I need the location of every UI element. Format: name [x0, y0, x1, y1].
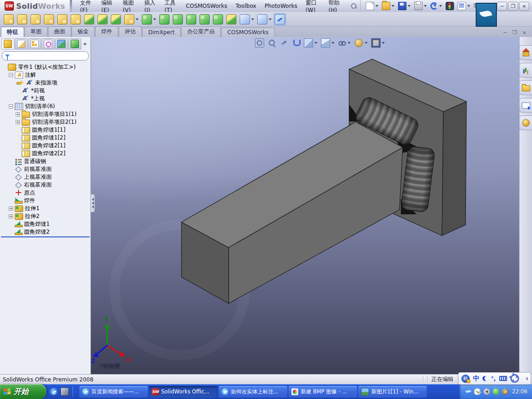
featuremanager-tab[interactable] [1, 38, 14, 49]
displaymanager-tab[interactable] [55, 38, 68, 49]
tree-item[interactable]: 焊件 [0, 197, 91, 205]
panel-splitter-handle[interactable] [91, 194, 95, 212]
menu-item-6[interactable]: COSMOSWorks [181, 0, 231, 12]
tree-item[interactable]: 未指派项 [0, 79, 91, 87]
extruded-boss-icon[interactable] [3, 13, 15, 25]
minimize-button[interactable]: − [497, 2, 507, 11]
open-icon[interactable] [381, 1, 396, 11]
tree-toggle[interactable]: + [9, 214, 13, 218]
tab-dimxpert[interactable]: DimXpert [142, 28, 181, 37]
close-button[interactable]: × [519, 2, 529, 11]
tree-item[interactable]: 原点 [0, 189, 91, 197]
lofted-boss-icon[interactable] [43, 13, 55, 25]
quick-launch-ie-icon[interactable]: e [50, 388, 58, 396]
model-canvas[interactable]: Y X Z [91, 37, 519, 374]
rib-icon[interactable] [185, 13, 197, 25]
propertymanager-tab[interactable] [15, 38, 28, 49]
swept-cut-icon[interactable] [97, 13, 109, 25]
tree-toggle[interactable]: + [16, 120, 20, 124]
tab-weldments[interactable]: 焊件 [95, 26, 118, 37]
tree-item[interactable]: +拉伸1 [0, 205, 91, 212]
tree-item[interactable]: 圆角焊缝2[2] [0, 150, 91, 157]
tab-evaluate[interactable]: 评估 [119, 26, 142, 37]
rollback-bar[interactable] [1, 236, 90, 237]
curves-icon[interactable] [256, 13, 272, 25]
fillet-icon[interactable] [123, 13, 139, 25]
menu-item-10[interactable]: 帮助(H) [324, 0, 346, 12]
white-cloud-tray-icon[interactable] [474, 388, 481, 395]
linear-pattern-icon[interactable] [141, 13, 157, 25]
plate-right-face[interactable] [442, 102, 466, 236]
extruded-cut-icon[interactable] [56, 13, 68, 25]
hole-wizard-icon[interactable] [70, 13, 82, 25]
dimxpertmanager-tab[interactable] [42, 38, 54, 49]
appearances-tab[interactable] [519, 115, 532, 130]
tree-item[interactable]: 圆角焊缝2 [0, 228, 91, 236]
solidworks-resources-tab[interactable] [519, 45, 532, 60]
tree-item[interactable]: 圆角焊缝2[1] [0, 142, 91, 150]
instant3d-icon[interactable] [274, 13, 286, 25]
view-palette-tab[interactable] [519, 98, 532, 113]
tree-item[interactable]: 圆角焊缝1[2] [0, 134, 91, 142]
menu-item-7[interactable]: Toolbox [231, 0, 260, 12]
cosmos-tab[interactable] [68, 38, 81, 49]
tree-item[interactable]: +拉伸2 [0, 212, 91, 220]
tab-overflow-icon[interactable]: » [82, 41, 88, 47]
ime-settings-icon[interactable] [510, 374, 519, 383]
dome-icon[interactable] [212, 13, 224, 25]
tree-item[interactable]: 圆角焊缝1[1] [0, 126, 91, 134]
configurationmanager-tab[interactable] [28, 38, 41, 49]
menu-item-2[interactable]: 编辑(E) [97, 0, 118, 12]
save-icon[interactable] [397, 1, 412, 11]
ime-punctuation-button[interactable]: °, [491, 375, 496, 382]
tree-item[interactable]: −切割清单(6) [0, 103, 91, 110]
new-document-icon[interactable] [364, 1, 380, 11]
wrap-icon[interactable] [199, 13, 211, 25]
menu-item-4[interactable]: 插入(I) [140, 0, 161, 12]
ime-logo-icon[interactable]: 精 [461, 375, 470, 383]
tree-toggle[interactable]: + [9, 206, 13, 211]
swallow-overlay-icon[interactable] [476, 3, 497, 27]
taskbar-clock[interactable]: 22:06 [512, 388, 527, 395]
revolved-boss-icon[interactable] [16, 13, 28, 25]
taskbar-task-4[interactable]: 新建 BMP 图像 - ... [289, 386, 357, 398]
start-button[interactable]: 开始 [0, 384, 46, 399]
tree-item[interactable]: 圆角焊缝1 [0, 220, 91, 228]
taskbar-task-5[interactable]: 新图片1[1] - Win... [358, 386, 427, 398]
search-icon[interactable] [350, 2, 357, 10]
tree-toggle[interactable]: − [9, 104, 13, 109]
tree-item[interactable]: 普通碳钢 [0, 157, 91, 165]
tree-item[interactable]: *上视 [0, 95, 91, 103]
doc-close-button[interactable]: × [520, 29, 528, 36]
tree-toggle[interactable]: − [9, 73, 13, 77]
tree-item[interactable]: +切割清单项目1(1) [0, 110, 91, 118]
restore-button[interactable]: ❐ [508, 2, 518, 11]
menu-item-9[interactable]: 窗口(W) [302, 0, 324, 12]
ime-collapse-icon[interactable] [526, 377, 528, 381]
taskbar-task-1[interactable]: 百度新闻搜索——... [79, 386, 148, 398]
tree-item[interactable]: 右视基准面 [0, 181, 91, 189]
design-library-tab[interactable] [519, 63, 532, 78]
quick-launch-app-icon[interactable] [60, 387, 69, 396]
blue-bird-tray-icon[interactable] [465, 388, 472, 395]
ime-mode-button[interactable]: 中 [473, 375, 479, 383]
tree-filter-input[interactable] [2, 51, 89, 60]
tab-sheet-metal[interactable]: 钣金 [72, 26, 95, 37]
tree-item[interactable]: 前视基准面 [0, 165, 91, 173]
shell-icon[interactable] [172, 13, 184, 25]
rebuild-icon[interactable] [444, 1, 455, 11]
tree-item[interactable]: *前视 [0, 87, 91, 95]
taskbar-task-3[interactable]: 如何在实体上标注... [219, 386, 287, 398]
revolved-cut-icon[interactable] [83, 13, 95, 25]
doc-restore-button[interactable]: ❐ [511, 29, 519, 36]
taskbar-task-2[interactable]: SolidWorks Offic... [149, 386, 218, 398]
print-icon[interactable] [413, 1, 428, 11]
green-creature-tray-icon[interactable] [493, 388, 499, 395]
menu-item-1[interactable]: 文件(F) [76, 0, 97, 12]
tab-office-products[interactable]: 办公室产品 [181, 26, 221, 37]
menu-item-5[interactable]: 工具(T) [160, 0, 181, 12]
lofted-cut-icon[interactable] [110, 13, 122, 25]
tab-cosmosworks[interactable]: COSMOSWorks [221, 28, 275, 37]
file-explorer-tab[interactable] [519, 80, 532, 95]
swept-boss-icon[interactable] [30, 13, 42, 25]
